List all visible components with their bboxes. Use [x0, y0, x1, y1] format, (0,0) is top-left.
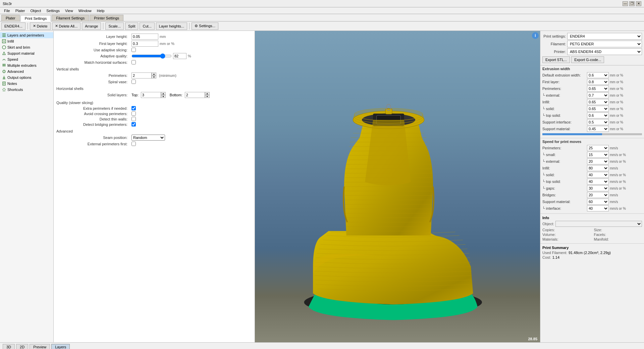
menu-settings[interactable]: Settings: [44, 7, 62, 14]
sp-bridges-select[interactable]: 20: [587, 192, 609, 198]
sp-gaps-select[interactable]: 30: [587, 185, 609, 191]
export-gcode-btn[interactable]: Export G-code...: [571, 56, 604, 63]
sidebar-item-speed[interactable]: Speed: [0, 56, 53, 62]
first-layer-label: First layer height:: [56, 42, 130, 46]
maximize-btn[interactable]: ❐: [629, 1, 635, 6]
tab-print-settings[interactable]: Print Settings: [20, 15, 51, 21]
menu-file[interactable]: File: [1, 7, 13, 14]
toolbar-sep-3: [189, 23, 190, 30]
viewport[interactable]: i 28.85: [255, 31, 540, 342]
printer-select[interactable]: ABS ENDER4 4SD: [567, 48, 642, 55]
tab-filament-settings[interactable]: Filament Settings: [52, 15, 89, 21]
layer-height-input[interactable]: [131, 34, 158, 40]
view-preview-btn[interactable]: Preview: [30, 344, 50, 349]
settings-btn[interactable]: ⚙ Settings...: [192, 22, 218, 30]
sp-interface-select[interactable]: 40: [587, 205, 609, 211]
perimeters-up-btn[interactable]: ▲: [152, 72, 156, 76]
ew-ext-select[interactable]: 0.7: [587, 92, 609, 98]
layer-heights-btn[interactable]: Layer heights...: [156, 22, 187, 30]
extra-perimeters-checkbox[interactable]: [131, 106, 136, 110]
perimeters-down-btn[interactable]: ▼: [152, 76, 156, 79]
external-perimeters-checkbox[interactable]: [131, 142, 136, 146]
menu-object[interactable]: Object: [28, 7, 44, 14]
sidebar-item-shortcuts[interactable]: Shortcuts: [0, 87, 53, 93]
export-stl-btn[interactable]: Export STL...: [542, 56, 570, 63]
match-horizontal-row: Match horizontal surfaces:: [56, 60, 252, 64]
sidebar-item-advanced[interactable]: Advanced: [0, 68, 53, 74]
info-grid: Copies: Size: Volume: Facets: Materials:…: [542, 228, 642, 241]
ew-default-select[interactable]: 0.6: [587, 72, 609, 78]
sp-bridges-unit: mm/s: [610, 193, 618, 197]
sp-perimeters-select[interactable]: 25: [587, 145, 609, 151]
viewport-info-icon[interactable]: i: [532, 32, 539, 39]
solid-bottom-input[interactable]: [185, 92, 205, 98]
ender4-btn[interactable]: ENDER4...: [1, 22, 25, 30]
ew-support-mat-select[interactable]: 0.45: [587, 126, 609, 132]
sp-interface-label: └ interface:: [542, 206, 586, 210]
adaptive-quality-row: Adaptive quality: %: [56, 53, 252, 59]
print-settings-select[interactable]: ENDER4: [567, 33, 642, 40]
filament-select[interactable]: PETG ENDER: [567, 41, 642, 47]
menu-help[interactable]: Help: [94, 7, 107, 14]
solid-bottom-up-btn[interactable]: ▲: [205, 92, 210, 95]
cost-value: 1.14: [552, 255, 559, 259]
sidebar-item-multiple-extruders[interactable]: Multiple extruders: [0, 62, 53, 68]
sp-solid-select[interactable]: 40: [587, 172, 609, 178]
solid-top-down-btn[interactable]: ▼: [161, 95, 166, 98]
menu-window[interactable]: Window: [76, 7, 94, 14]
sidebar-item-output[interactable]: Output options: [0, 74, 53, 81]
solid-top-input[interactable]: [141, 92, 161, 98]
sp-small-select[interactable]: 15: [587, 152, 609, 158]
adaptive-quality-input[interactable]: [173, 53, 186, 59]
delete-btn[interactable]: ✕ Delete: [30, 22, 51, 30]
solid-bottom-down-btn[interactable]: ▼: [205, 95, 210, 98]
sidebar-item-infill[interactable]: Infill: [0, 38, 53, 44]
perimeters-input[interactable]: [131, 72, 152, 79]
ew-top-solid-select[interactable]: 0.6: [587, 112, 609, 118]
ew-perimeters-select[interactable]: 0.65: [587, 86, 609, 92]
sp-external-select[interactable]: 20: [587, 158, 609, 164]
detect-bridging-checkbox[interactable]: [131, 122, 136, 127]
split-btn[interactable]: Split: [125, 22, 138, 30]
solid-top-btns: ▲ ▼: [161, 92, 166, 98]
sidebar-item-notes[interactable]: Notes: [0, 81, 53, 87]
adaptive-quality-slider[interactable]: [131, 53, 172, 59]
delete-all-btn[interactable]: ✕ Delete All...: [52, 22, 81, 30]
ew-solid-select[interactable]: 0.65: [587, 106, 609, 112]
sidebar-item-support[interactable]: Support material: [0, 50, 53, 56]
view-3d-btn[interactable]: 3D: [3, 344, 15, 349]
detect-thin-walls-checkbox[interactable]: [131, 117, 136, 121]
tab-plater[interactable]: Plater: [1, 15, 20, 21]
scale-btn[interactable]: Scale...: [105, 22, 124, 30]
cut-btn[interactable]: Cut...: [140, 22, 154, 30]
menu-plater[interactable]: Plater: [13, 7, 28, 14]
adaptive-slicing-checkbox[interactable]: [131, 48, 136, 52]
sidebar-item-skirt[interactable]: Skirt and brim: [0, 44, 53, 50]
tab-printer-settings[interactable]: Printer Settings: [90, 15, 123, 21]
ew-infill-select[interactable]: 0.65: [587, 99, 609, 105]
sp-support-mat-select[interactable]: 60: [587, 199, 609, 205]
sp-infill-select[interactable]: 80: [587, 165, 609, 171]
seam-position-label: Seam position:: [56, 136, 130, 140]
arrange-btn[interactable]: Arrange: [82, 22, 101, 30]
sp-top-solid-select[interactable]: 40: [587, 179, 609, 185]
match-horizontal-checkbox[interactable]: [131, 60, 136, 64]
seam-position-select[interactable]: Random Aligned Nearest Rear: [131, 135, 165, 141]
view-layers-btn[interactable]: Layers: [51, 344, 70, 349]
avoid-crossing-checkbox[interactable]: [131, 111, 136, 116]
info-title: Info: [542, 216, 642, 220]
perimeters-spinbox-btns: ▲ ▼: [152, 72, 156, 79]
close-btn[interactable]: ✕: [636, 1, 641, 6]
sp-external-label: └ external:: [542, 159, 586, 163]
sidebar-item-layers-perimeters[interactable]: Layers and perimeters: [0, 32, 53, 38]
minimize-btn[interactable]: —: [623, 1, 628, 6]
ew-support-iface-select[interactable]: 0.5: [587, 119, 609, 125]
view-2d-btn[interactable]: 2D: [16, 344, 28, 349]
ew-first-select[interactable]: 0.8: [587, 79, 609, 85]
solid-top-spinbox: ▲ ▼: [141, 92, 166, 98]
solid-top-up-btn[interactable]: ▲: [161, 92, 166, 95]
object-select[interactable]: [555, 221, 642, 227]
spiral-vase-checkbox[interactable]: [131, 80, 136, 84]
first-layer-input[interactable]: [131, 41, 158, 47]
menu-view[interactable]: View: [62, 7, 76, 14]
